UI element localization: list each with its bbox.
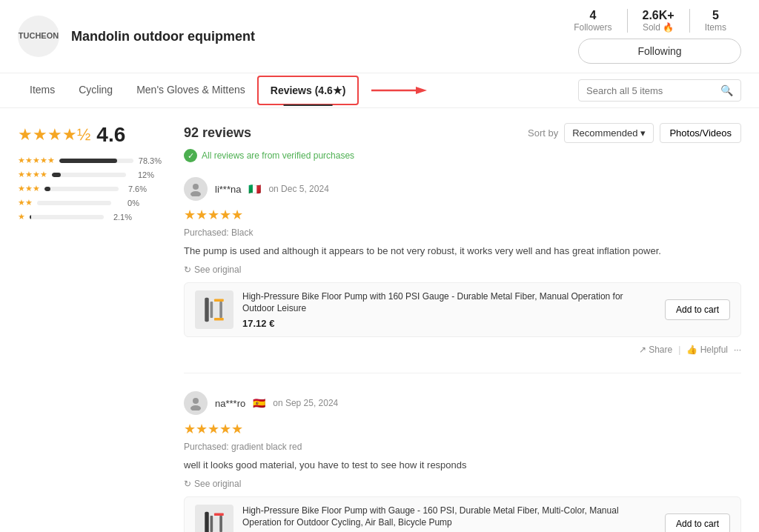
review-card-2: na***ro 🇪🇸 on Sep 25, 2024 ★★★★★ Purchas… — [184, 391, 741, 532]
rating-row-5: ★★★★★ 78.3% — [18, 156, 166, 165]
svg-rect-15 — [219, 516, 222, 532]
avatar-1 — [184, 177, 208, 201]
reviewer-flag-2: 🇪🇸 — [253, 397, 265, 409]
product-card-1: High-Pressure Bike Floor Pump with 160 P… — [184, 282, 741, 338]
product-info-1: High-Pressure Bike Floor Pump with 160 P… — [242, 290, 656, 330]
overall-stars: ★★★★½ — [18, 125, 90, 144]
star-label-2: ★★ — [18, 198, 33, 207]
bar-bg-1 — [30, 215, 104, 219]
follow-button[interactable]: Following — [578, 39, 741, 64]
arrow-indicator — [368, 83, 427, 98]
svg-point-9 — [193, 398, 199, 404]
svg-point-3 — [190, 191, 201, 196]
overall-score: 4.6 — [96, 123, 125, 147]
review-date-2: on Sep 25, 2024 — [273, 398, 338, 408]
followers-stat: 4 Followers — [559, 9, 627, 33]
sep-1: | — [678, 345, 680, 355]
star-label-1: ★ — [18, 212, 25, 222]
star-label-4: ★★★★ — [18, 170, 47, 179]
rating-row-3: ★★★ 7.6% — [18, 184, 166, 193]
review-stars-2: ★★★★★ — [184, 421, 741, 437]
reviews-header: 92 reviews Sort by Recommended ▾ Photos/… — [184, 123, 741, 143]
bar-fill-3 — [44, 187, 50, 191]
rotate-icon-1: ↻ — [184, 265, 191, 275]
pct-4: 12% — [130, 170, 154, 179]
product-info-2: High-Pressure Bike Floor Pump with Gauge… — [242, 505, 656, 532]
shop-name: Mandolin outdoor equipment — [71, 29, 255, 44]
verified-text: All reviews are from verified purchases — [202, 150, 354, 161]
items-stat: 5 Items — [690, 9, 741, 33]
svg-rect-13 — [214, 513, 224, 516]
nav-left: Items Cycling Men's Gloves & Mittens Rev… — [18, 73, 427, 107]
photos-videos-button[interactable]: Photos/Videos — [660, 123, 741, 143]
tab-cycling[interactable]: Cycling — [67, 73, 125, 107]
product-thumb-2 — [195, 505, 233, 532]
bar-bg-2 — [37, 201, 111, 205]
sort-label: Sort by — [528, 127, 558, 139]
reviews-section: 92 reviews Sort by Recommended ▾ Photos/… — [184, 123, 741, 532]
review-date-1: on Dec 5, 2024 — [268, 184, 328, 194]
reviewer-name-2: na***ro — [215, 398, 245, 409]
review-body-1: The pump is used and although it appears… — [184, 244, 741, 259]
shop-info: TUCHEON Mandolin outdoor equipment — [18, 16, 255, 57]
shop-logo: TUCHEON — [18, 16, 59, 57]
tab-gloves[interactable]: Men's Gloves & Mittens — [125, 73, 257, 107]
search-input[interactable] — [586, 85, 715, 96]
review-actions-1: ↗ Share | 👍 Helpful ··· — [184, 345, 741, 355]
reviews-title: 92 reviews — [184, 125, 251, 141]
bar-fill-5 — [59, 159, 117, 163]
review-card-1: li***na 🇮🇹 on Dec 5, 2024 ★★★★★ Purchase… — [184, 177, 741, 373]
svg-rect-4 — [205, 297, 208, 322]
verified-badge: ✓ All reviews are from verified purchase… — [184, 149, 741, 162]
tab-reviews[interactable]: Reviews (4.6★) — [257, 76, 359, 105]
pct-3: 7.6% — [123, 184, 147, 193]
reviewer-name-1: li***na — [215, 184, 241, 195]
rating-row-4: ★★★★ 12% — [18, 170, 166, 179]
svg-point-2 — [193, 184, 199, 190]
pct-5: 78.3% — [138, 156, 162, 165]
search-bar[interactable]: 🔍 — [578, 79, 741, 102]
see-original-2[interactable]: ↻ See original — [184, 479, 741, 489]
pct-2: 0% — [116, 199, 139, 207]
verified-icon: ✓ — [184, 149, 197, 162]
add-to-cart-btn-2[interactable]: Add to cart — [665, 513, 730, 532]
stats-row: 4 Followers 2.6K+ Sold 🔥 5 Items — [559, 9, 741, 33]
star-label-5: ★★★★★ — [18, 156, 55, 165]
rating-row-1: ★ 2.1% — [18, 212, 166, 222]
overall-rating: ★★★★½ 4.6 — [18, 123, 166, 147]
helpful-btn-1[interactable]: 👍 Helpful — [686, 345, 728, 355]
svg-rect-5 — [211, 302, 213, 318]
svg-rect-11 — [205, 512, 208, 532]
product-card-2: High-Pressure Bike Floor Pump with Gauge… — [184, 496, 741, 532]
shop-header: TUCHEON Mandolin outdoor equipment 4 Fol… — [0, 0, 759, 73]
page-wrapper: TUCHEON Mandolin outdoor equipment 4 Fol… — [0, 0, 759, 532]
purchased-1: Purchased: Black — [184, 227, 741, 238]
svg-point-10 — [190, 405, 201, 410]
search-icon[interactable]: 🔍 — [720, 84, 733, 96]
person-icon-2 — [188, 396, 203, 410]
svg-rect-12 — [211, 516, 213, 532]
svg-rect-6 — [214, 299, 224, 302]
rating-bars: ★★★★★ 78.3% ★★★★ 12% ★★★ 7.6% ★★ — [18, 156, 166, 222]
add-to-cart-btn-1[interactable]: Add to cart — [665, 299, 730, 320]
bar-bg-3 — [44, 187, 119, 191]
arrow-svg — [368, 83, 427, 98]
more-btn-1[interactable]: ··· — [734, 345, 741, 355]
main-content: ★★★★½ 4.6 ★★★★★ 78.3% ★★★★ 12% ★★★ 7.6% — [0, 108, 759, 532]
tab-items[interactable]: Items — [18, 73, 67, 107]
reviewer-row-1: li***na 🇮🇹 on Dec 5, 2024 — [184, 177, 741, 201]
svg-rect-8 — [219, 302, 222, 318]
see-original-1[interactable]: ↻ See original — [184, 265, 741, 275]
pct-1: 2.1% — [108, 213, 132, 222]
review-body-2: well it looks good material, you have to… — [184, 458, 741, 473]
sort-dropdown[interactable]: Recommended ▾ — [564, 123, 654, 143]
rating-sidebar: ★★★★½ 4.6 ★★★★★ 78.3% ★★★★ 12% ★★★ 7.6% — [18, 123, 166, 532]
bar-bg-4 — [52, 173, 126, 177]
share-btn-1[interactable]: ↗ Share — [639, 345, 672, 355]
product-title-1: High-Pressure Bike Floor Pump with 160 P… — [242, 290, 656, 316]
bar-fill-4 — [52, 173, 61, 177]
sold-stat: 2.6K+ Sold 🔥 — [628, 9, 690, 33]
product-title-2: High-Pressure Bike Floor Pump with Gauge… — [242, 505, 656, 530]
purchased-2: Purchased: gradient black red — [184, 442, 741, 452]
reviewer-flag-1: 🇮🇹 — [248, 183, 261, 195]
